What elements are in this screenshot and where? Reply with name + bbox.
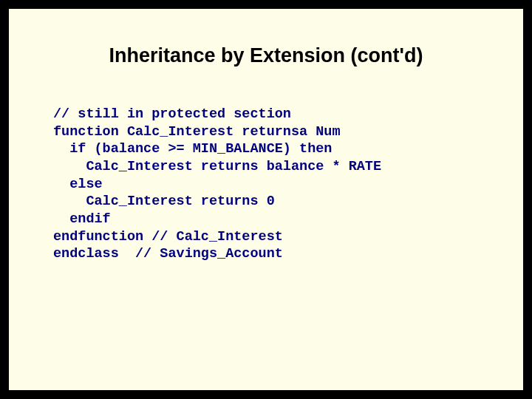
slide-title: Inheritance by Extension (cont'd): [47, 44, 485, 67]
code-line: else: [53, 176, 485, 194]
code-line: Calc_Interest returns balance * RATE: [53, 158, 485, 176]
code-block: // still in protected sectionfunction Ca…: [53, 106, 485, 263]
code-line: // still in protected section: [53, 106, 485, 123]
code-line: Calc_Interest returns 0: [53, 193, 485, 211]
code-line: if (balance >= MIN_BALANCE) then: [53, 140, 485, 158]
code-line: function Calc_Interest returnsa Num: [53, 123, 485, 141]
slide-container: Inheritance by Extension (cont'd) // sti…: [9, 9, 523, 390]
code-line: endfunction // Calc_Interest: [53, 228, 485, 246]
code-line: endif: [53, 211, 485, 228]
code-line: endclass // Savings_Account: [53, 245, 485, 263]
